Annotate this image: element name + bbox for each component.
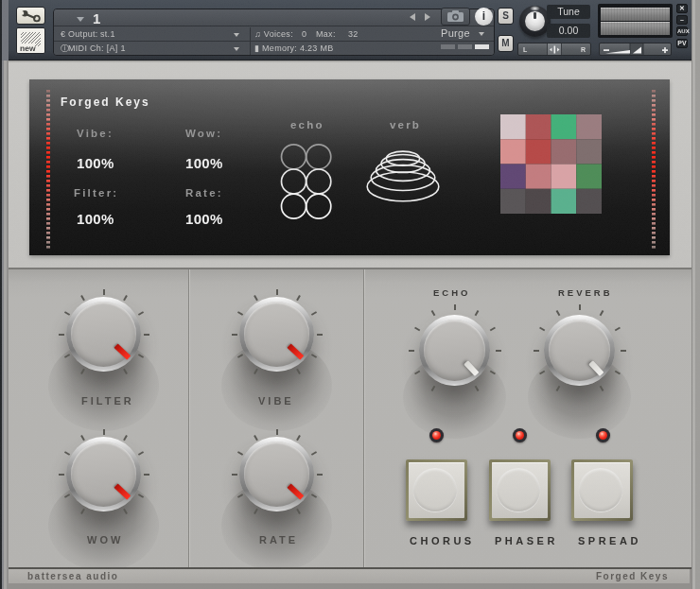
svg-text:new: new: [20, 43, 36, 53]
